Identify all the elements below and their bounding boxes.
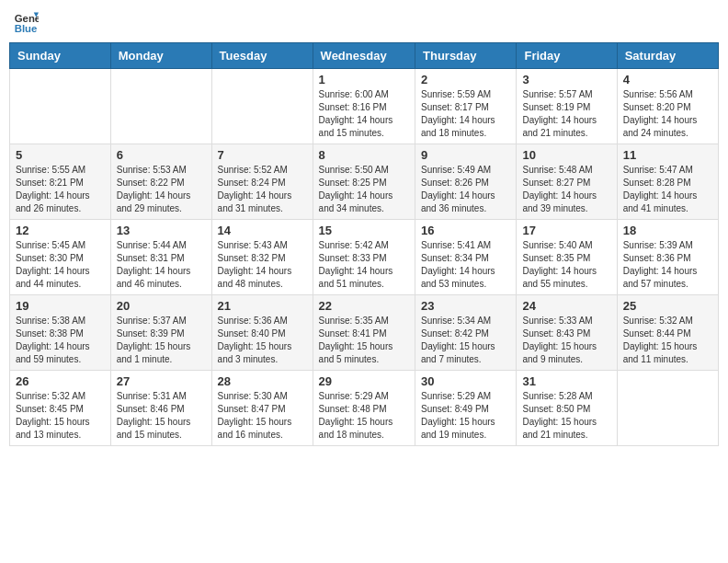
day-info: Sunrise: 5:29 AM Sunset: 8:48 PM Dayligh… (319, 390, 409, 442)
day-cell: 27Sunrise: 5:31 AM Sunset: 8:46 PM Dayli… (110, 371, 211, 446)
day-info: Sunrise: 5:48 AM Sunset: 8:27 PM Dayligh… (522, 164, 610, 215)
day-cell: 23Sunrise: 5:34 AM Sunset: 8:42 PM Dayli… (415, 295, 517, 371)
page-header: General Blue (9, 9, 719, 35)
day-cell: 16Sunrise: 5:41 AM Sunset: 8:34 PM Dayli… (415, 220, 517, 295)
day-cell: 31Sunrise: 5:28 AM Sunset: 8:50 PM Dayli… (517, 371, 617, 446)
day-info: Sunrise: 5:37 AM Sunset: 8:39 PM Dayligh… (117, 315, 206, 366)
day-number: 3 (522, 73, 610, 86)
day-number: 17 (522, 224, 610, 237)
day-cell: 7Sunrise: 5:52 AM Sunset: 8:24 PM Daylig… (211, 144, 313, 220)
day-cell (10, 69, 111, 144)
day-info: Sunrise: 5:30 AM Sunset: 8:47 PM Dayligh… (218, 390, 307, 442)
day-number: 16 (421, 224, 510, 237)
day-number: 20 (117, 299, 206, 313)
day-number: 15 (319, 224, 409, 237)
day-cell: 26Sunrise: 5:32 AM Sunset: 8:45 PM Dayli… (10, 371, 111, 446)
day-cell: 2Sunrise: 5:59 AM Sunset: 8:17 PM Daylig… (415, 69, 517, 144)
day-number: 31 (522, 374, 610, 388)
day-number: 6 (117, 148, 206, 162)
day-cell: 18Sunrise: 5:39 AM Sunset: 8:36 PM Dayli… (617, 220, 718, 295)
day-number: 25 (623, 299, 712, 313)
day-cell (617, 371, 718, 446)
day-cell: 21Sunrise: 5:36 AM Sunset: 8:40 PM Dayli… (211, 295, 313, 371)
day-info: Sunrise: 5:56 AM Sunset: 8:20 PM Dayligh… (623, 88, 712, 140)
day-info: Sunrise: 5:43 AM Sunset: 8:32 PM Dayligh… (218, 239, 307, 291)
day-info: Sunrise: 5:42 AM Sunset: 8:33 PM Dayligh… (319, 239, 409, 291)
day-info: Sunrise: 5:36 AM Sunset: 8:40 PM Dayligh… (218, 315, 307, 366)
day-cell: 25Sunrise: 5:32 AM Sunset: 8:44 PM Dayli… (617, 295, 718, 371)
day-cell: 6Sunrise: 5:53 AM Sunset: 8:22 PM Daylig… (110, 144, 211, 220)
day-info: Sunrise: 5:55 AM Sunset: 8:21 PM Dayligh… (16, 164, 105, 215)
day-cell: 30Sunrise: 5:29 AM Sunset: 8:49 PM Dayli… (415, 371, 517, 446)
day-cell: 5Sunrise: 5:55 AM Sunset: 8:21 PM Daylig… (10, 144, 111, 220)
day-cell: 1Sunrise: 6:00 AM Sunset: 8:16 PM Daylig… (313, 69, 415, 144)
day-number: 27 (117, 374, 206, 388)
column-header-wednesday: Wednesday (313, 43, 415, 69)
day-number: 12 (16, 224, 105, 237)
svg-text:Blue: Blue (15, 23, 38, 34)
day-number: 13 (117, 224, 206, 237)
day-info: Sunrise: 5:44 AM Sunset: 8:31 PM Dayligh… (117, 239, 206, 291)
day-info: Sunrise: 5:39 AM Sunset: 8:36 PM Dayligh… (623, 239, 712, 291)
day-number: 9 (421, 148, 510, 162)
day-info: Sunrise: 5:28 AM Sunset: 8:50 PM Dayligh… (522, 390, 610, 442)
column-header-saturday: Saturday (617, 43, 718, 69)
day-cell: 11Sunrise: 5:47 AM Sunset: 8:28 PM Dayli… (617, 144, 718, 220)
day-cell: 8Sunrise: 5:50 AM Sunset: 8:25 PM Daylig… (313, 144, 415, 220)
day-info: Sunrise: 5:45 AM Sunset: 8:30 PM Dayligh… (16, 239, 105, 291)
day-info: Sunrise: 5:32 AM Sunset: 8:45 PM Dayligh… (16, 390, 105, 442)
column-header-friday: Friday (517, 43, 617, 69)
day-info: Sunrise: 5:40 AM Sunset: 8:35 PM Dayligh… (522, 239, 610, 291)
day-number: 22 (319, 299, 409, 313)
day-number: 19 (16, 299, 105, 313)
column-header-sunday: Sunday (10, 43, 111, 69)
day-info: Sunrise: 5:49 AM Sunset: 8:26 PM Dayligh… (421, 164, 510, 215)
day-info: Sunrise: 5:41 AM Sunset: 8:34 PM Dayligh… (421, 239, 510, 291)
day-info: Sunrise: 5:33 AM Sunset: 8:43 PM Dayligh… (522, 315, 610, 366)
day-cell: 9Sunrise: 5:49 AM Sunset: 8:26 PM Daylig… (415, 144, 517, 220)
day-cell: 3Sunrise: 5:57 AM Sunset: 8:19 PM Daylig… (517, 69, 617, 144)
day-number: 18 (623, 224, 712, 237)
day-cell: 24Sunrise: 5:33 AM Sunset: 8:43 PM Dayli… (517, 295, 617, 371)
calendar-table: SundayMondayTuesdayWednesdayThursdayFrid… (9, 42, 719, 446)
day-number: 28 (218, 374, 307, 388)
day-info: Sunrise: 5:53 AM Sunset: 8:22 PM Dayligh… (117, 164, 206, 215)
day-info: Sunrise: 6:00 AM Sunset: 8:16 PM Dayligh… (319, 88, 409, 140)
day-cell: 20Sunrise: 5:37 AM Sunset: 8:39 PM Dayli… (110, 295, 211, 371)
day-cell (211, 69, 313, 144)
day-cell: 10Sunrise: 5:48 AM Sunset: 8:27 PM Dayli… (517, 144, 617, 220)
day-number: 8 (319, 148, 409, 162)
day-cell: 29Sunrise: 5:29 AM Sunset: 8:48 PM Dayli… (313, 371, 415, 446)
day-number: 7 (218, 148, 307, 162)
day-cell: 14Sunrise: 5:43 AM Sunset: 8:32 PM Dayli… (211, 220, 313, 295)
day-number: 1 (319, 73, 409, 86)
day-cell: 12Sunrise: 5:45 AM Sunset: 8:30 PM Dayli… (10, 220, 111, 295)
day-info: Sunrise: 5:32 AM Sunset: 8:44 PM Dayligh… (623, 315, 712, 366)
day-number: 2 (421, 73, 510, 86)
calendar-header-row: SundayMondayTuesdayWednesdayThursdayFrid… (10, 43, 719, 69)
day-number: 4 (623, 73, 712, 86)
day-cell: 17Sunrise: 5:40 AM Sunset: 8:35 PM Dayli… (517, 220, 617, 295)
day-number: 26 (16, 374, 105, 388)
day-info: Sunrise: 5:31 AM Sunset: 8:46 PM Dayligh… (117, 390, 206, 442)
day-info: Sunrise: 5:47 AM Sunset: 8:28 PM Dayligh… (623, 164, 712, 215)
day-info: Sunrise: 5:34 AM Sunset: 8:42 PM Dayligh… (421, 315, 510, 366)
week-row-3: 12Sunrise: 5:45 AM Sunset: 8:30 PM Dayli… (10, 220, 719, 295)
day-cell: 13Sunrise: 5:44 AM Sunset: 8:31 PM Dayli… (110, 220, 211, 295)
day-info: Sunrise: 5:35 AM Sunset: 8:41 PM Dayligh… (319, 315, 409, 366)
day-number: 5 (16, 148, 105, 162)
day-number: 21 (218, 299, 307, 313)
day-cell: 4Sunrise: 5:56 AM Sunset: 8:20 PM Daylig… (617, 69, 718, 144)
day-number: 10 (522, 148, 610, 162)
day-number: 24 (522, 299, 610, 313)
column-header-thursday: Thursday (415, 43, 517, 69)
day-cell: 28Sunrise: 5:30 AM Sunset: 8:47 PM Dayli… (211, 371, 313, 446)
day-number: 23 (421, 299, 510, 313)
day-number: 29 (319, 374, 409, 388)
week-row-1: 1Sunrise: 6:00 AM Sunset: 8:16 PM Daylig… (10, 69, 719, 144)
day-number: 11 (623, 148, 712, 162)
week-row-2: 5Sunrise: 5:55 AM Sunset: 8:21 PM Daylig… (10, 144, 719, 220)
column-header-monday: Monday (110, 43, 211, 69)
day-cell: 22Sunrise: 5:35 AM Sunset: 8:41 PM Dayli… (313, 295, 415, 371)
day-cell: 19Sunrise: 5:38 AM Sunset: 8:38 PM Dayli… (10, 295, 111, 371)
